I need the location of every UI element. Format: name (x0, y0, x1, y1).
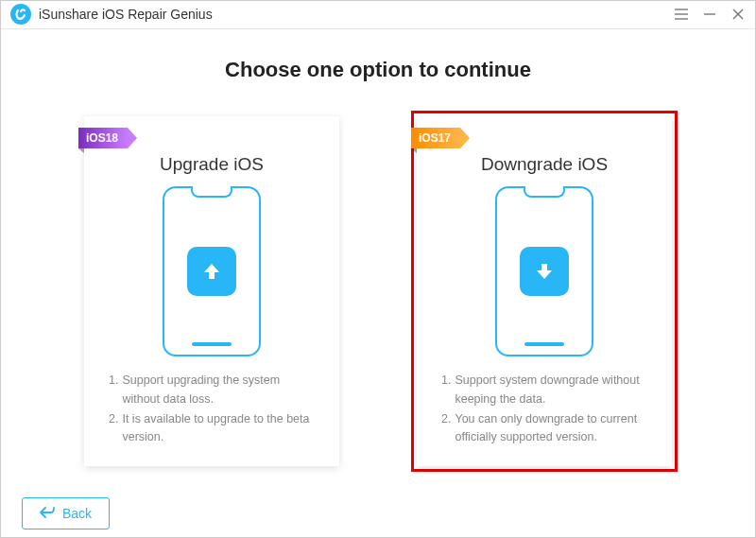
downgrade-ribbon: iOS17 (411, 128, 460, 148)
downgrade-desc-2: You can only downgrade to current offici… (455, 410, 647, 447)
upgrade-ribbon: iOS18 (78, 128, 128, 148)
upgrade-phone-icon (163, 186, 261, 357)
upgrade-ribbon-label: iOS18 (86, 131, 118, 145)
titlebar: iSunshare iOS Repair Genius (1, 1, 755, 29)
upgrade-description: 1.Support upgrading the system without d… (103, 372, 320, 449)
back-label: Back (62, 506, 92, 521)
window-controls (674, 7, 746, 22)
arrow-down-icon (520, 247, 569, 296)
app-logo-icon (10, 4, 31, 25)
downgrade-ribbon-label: iOS17 (419, 131, 451, 145)
upgrade-title: Upgrade iOS (160, 154, 264, 175)
downgrade-card-wrap: iOS17 Downgrade iOS 1.Support s (411, 111, 678, 472)
downgrade-description: 1.Support system downgrade without keepi… (436, 372, 653, 449)
upgrade-card-wrap: iOS18 Upgrade iOS 1.Support upg (78, 111, 345, 472)
downgrade-desc-1: Support system downgrade without keeping… (455, 372, 647, 408)
option-cards: iOS18 Upgrade iOS 1.Support upg (48, 111, 708, 472)
page-heading: Choose one option to continue (225, 58, 531, 82)
downgrade-card[interactable]: iOS17 Downgrade iOS 1.Support s (417, 116, 672, 466)
menu-icon[interactable] (674, 7, 689, 22)
footer: Back (1, 491, 755, 537)
close-icon[interactable] (730, 7, 746, 22)
minimize-icon[interactable] (702, 7, 717, 22)
downgrade-phone-icon (495, 186, 593, 357)
back-arrow-icon (40, 506, 55, 522)
app-title: iSunshare iOS Repair Genius (39, 7, 674, 22)
upgrade-desc-1: Support upgrading the system without dat… (122, 372, 315, 408)
upgrade-card[interactable]: iOS18 Upgrade iOS 1.Support upg (84, 116, 339, 466)
back-button[interactable]: Back (22, 497, 110, 529)
app-window: iSunshare iOS Repair Genius Choose one o… (0, 0, 756, 538)
downgrade-title: Downgrade iOS (481, 154, 608, 175)
arrow-up-icon (187, 247, 236, 296)
upgrade-desc-2: It is available to upgrade to the beta v… (122, 410, 315, 447)
content-area: Choose one option to continue iOS18 Upgr… (1, 29, 755, 491)
svg-point-0 (10, 4, 31, 25)
